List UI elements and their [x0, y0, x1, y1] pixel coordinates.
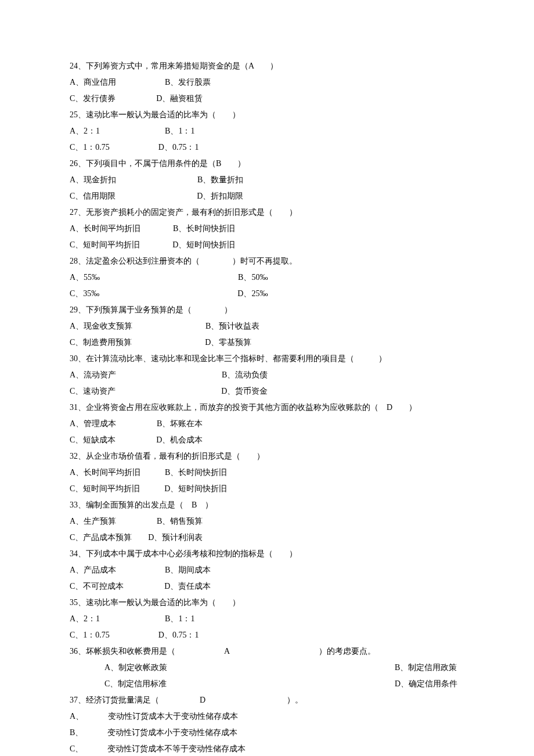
question-block: 27、无形资产损耗小的固定资产，最有利的折旧形式是（ ）A、长时间平均折旧 B、…: [70, 204, 464, 253]
option-line: C、制造费用预算 D、零基预算: [70, 334, 464, 351]
option-line: C、产品成本预算 D、预计利润表: [70, 530, 464, 546]
question-block: 26、下列项目中，不属于信用条件的是（B ）A、现金折扣 B、数量折扣C、信用期…: [70, 156, 464, 204]
question-block: 31、企业将资金占用在应收账款上，而放弃的投资于其他方面的收益称为应收账款的（ …: [70, 399, 464, 448]
option-line: A、长时间平均折旧 B、长时间快折旧: [70, 221, 464, 237]
option-line: A、55‰ B、50‰: [70, 269, 464, 286]
option-line: C、速动资产 D、货币资金: [70, 383, 464, 399]
option-line: C、短时间平均折旧 D、短时间快折旧: [70, 237, 464, 253]
question-text: 26、下列项目中，不属于信用条件的是（B ）: [70, 156, 464, 172]
option-line: A、管理成本 B、坏账在本: [70, 416, 464, 432]
option-line: A、商业信用 B、发行股票: [70, 74, 464, 91]
option-left: C、制定信用标准: [104, 679, 167, 688]
question-block: 32、从企业市场价值看，最有利的折旧形式是（ ）A、长时间平均折旧 B、长时间快…: [70, 448, 464, 497]
option-line: C、发行债券 D、融资租赁: [70, 91, 464, 107]
question-text: 35、速动比率一般认为最合适的比率为（ ）: [70, 595, 464, 611]
question-block: 24、下列筹资方式中，常用来筹措短期资金的是（A ）A、商业信用 B、发行股票C…: [70, 58, 464, 107]
question-text: 25、速动比率一般认为最合适的比率为（ ）: [70, 107, 464, 123]
option-line: A、长时间平均折旧 B、长时间快折旧: [70, 465, 464, 481]
option-line: C、短时间平均折旧 D、短时间快折旧: [70, 481, 464, 497]
option-line: A、现金折扣 B、数量折扣: [70, 172, 464, 188]
option-line: A、流动资产 B、流动负债: [70, 367, 464, 383]
question-block: 36、坏帐损失和收帐费用是（ A ）的考虑要点。A、制定收帐政策B、制定信用政策…: [70, 643, 464, 692]
question-block: 29、下列预算属于业务预算的是（ ）A、现金收支预算 B、预计收益表C、制造费用…: [70, 302, 464, 351]
exam-content: 24、下列筹资方式中，常用来筹措短期资金的是（A ）A、商业信用 B、发行股票C…: [70, 58, 464, 756]
question-block: 30、在计算流动比率、速动比率和现金比率三个指标时、都需要利用的项目是（ ）A、…: [70, 351, 464, 399]
option-line: A、2：1 B、1：1: [70, 611, 464, 627]
option-line: C、 变动性订货成本不等于变动性储存成本: [70, 741, 464, 756]
question-text: 36、坏帐损失和收帐费用是（ A ）的考虑要点。: [70, 643, 464, 660]
option-line: B、 变动性订货成本小于变动性储存成本: [70, 725, 464, 741]
option-line: C、不可控成本 D、责任成本: [70, 578, 464, 595]
question-text: 32、从企业市场价值看，最有利的折旧形式是（ ）: [70, 448, 464, 465]
question-text: 24、下列筹资方式中，常用来筹措短期资金的是（A ）: [70, 58, 464, 74]
question-text: 37、经济订货批量满足（ D ）。: [70, 692, 464, 708]
question-text: 31、企业将资金占用在应收账款上，而放弃的投资于其他方面的收益称为应收账款的（ …: [70, 399, 464, 416]
option-line: C、制定信用标准D、确定信用条件: [70, 676, 464, 692]
option-line: A、2：1 B、1：1: [70, 123, 464, 139]
option-line: A、现金收支预算 B、预计收益表: [70, 318, 464, 334]
question-text: 29、下列预算属于业务预算的是（ ）: [70, 302, 464, 318]
option-line: C、1：0.75 D、0.75：1: [70, 627, 464, 643]
question-text: 28、法定盈余公积达到注册资本的（ ）时可不再提取。: [70, 253, 464, 269]
option-line: C、短缺成本 D、机会成本: [70, 432, 464, 448]
question-block: 34、下列成本中属于成本中心必须考核和控制的指标是（ ）A、产品成本 B、期间成…: [70, 546, 464, 595]
option-line: A、生产预算 B、销售预算: [70, 513, 464, 530]
option-left: A、制定收帐政策: [104, 663, 167, 672]
question-block: 28、法定盈余公积达到注册资本的（ ）时可不再提取。A、55‰ B、50‰C、3…: [70, 253, 464, 302]
option-line: C、信用期限 D、折扣期限: [70, 188, 464, 204]
option-right: B、制定信用政策: [395, 660, 457, 676]
question-block: 35、速动比率一般认为最合适的比率为（ ）A、2：1 B、1：1C、1：0.75…: [70, 595, 464, 643]
option-line: C、1：0.75 D、0.75：1: [70, 139, 464, 156]
option-line: A、 变动性订货成本大于变动性储存成本: [70, 708, 464, 725]
question-block: 25、速动比率一般认为最合适的比率为（ ）A、2：1 B、1：1C、1：0.75…: [70, 107, 464, 156]
question-text: 30、在计算流动比率、速动比率和现金比率三个指标时、都需要利用的项目是（ ）: [70, 351, 464, 367]
question-text: 27、无形资产损耗小的固定资产，最有利的折旧形式是（ ）: [70, 204, 464, 221]
option-line: A、产品成本 B、期间成本: [70, 562, 464, 578]
question-block: 33、编制全面预算的出发点是（ B ）A、生产预算 B、销售预算C、产品成本预算…: [70, 497, 464, 546]
question-block: 37、经济订货批量满足（ D ）。A、 变动性订货成本大于变动性储存成本B、 变…: [70, 692, 464, 756]
option-right: D、确定信用条件: [395, 676, 457, 692]
question-text: 34、下列成本中属于成本中心必须考核和控制的指标是（ ）: [70, 546, 464, 562]
option-line: A、制定收帐政策B、制定信用政策: [70, 660, 464, 676]
option-line: C、35‰ D、25‰: [70, 286, 464, 302]
question-text: 33、编制全面预算的出发点是（ B ）: [70, 497, 464, 513]
